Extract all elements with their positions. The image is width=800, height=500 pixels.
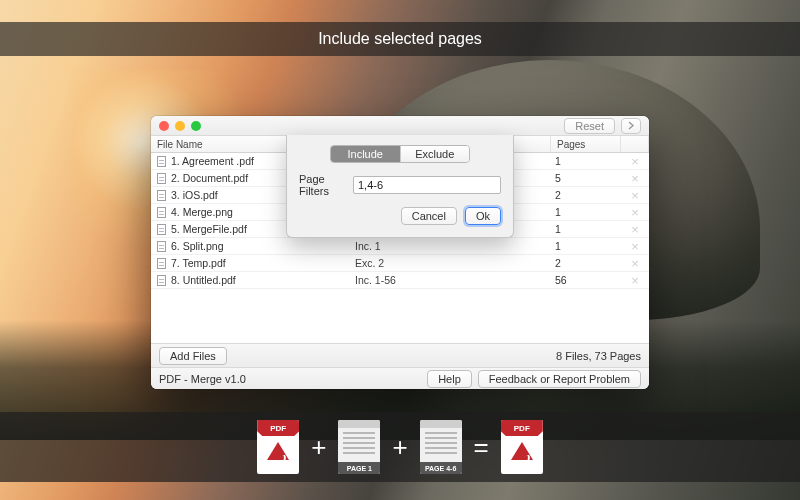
reset-button[interactable]: Reset (564, 118, 615, 134)
pdf-badge: PDF (501, 420, 543, 436)
file-summary: 8 Files, 73 Pages (556, 350, 641, 362)
remove-row-icon[interactable]: × (621, 256, 649, 271)
app-name-label: PDF - Merge v1.0 (159, 373, 246, 385)
filter-cell: Exc. 2 (351, 257, 551, 269)
window-status-bar: PDF - Merge v1.0 Help Feedback or Report… (151, 367, 649, 389)
file-name-cell: 2. Document.pdf (171, 172, 248, 184)
document-icon (157, 173, 166, 184)
remove-row-icon[interactable]: × (621, 273, 649, 288)
segment-include[interactable]: Include (331, 146, 400, 162)
page-filters-label: Page Filters (299, 173, 345, 197)
file-name-cell: 6. Split.png (171, 240, 224, 252)
page-1-icon: PAGE 1 (338, 420, 380, 474)
footer-illustration: PDF + PAGE 1 + PAGE 4-6 = PDF (0, 412, 800, 482)
pdf-source-icon: PDF (257, 420, 299, 474)
chevron-right-icon[interactable] (621, 118, 641, 134)
close-icon[interactable] (159, 121, 169, 131)
minimize-icon[interactable] (175, 121, 185, 131)
document-icon (157, 224, 166, 235)
remove-row-icon[interactable]: × (621, 171, 649, 186)
remove-row-icon[interactable]: × (621, 205, 649, 220)
document-icon (157, 207, 166, 218)
pages-cell: 2 (551, 257, 621, 269)
pages-cell: 56 (551, 274, 621, 286)
pages-cell: 1 (551, 155, 621, 167)
zoom-icon[interactable] (191, 121, 201, 131)
feature-banner: Include selected pages (0, 22, 800, 56)
document-icon (157, 156, 166, 167)
filter-cell: Inc. 1 (351, 240, 551, 252)
document-icon (157, 258, 166, 269)
window-titlebar: Reset (151, 116, 649, 136)
file-list-empty-area (151, 289, 649, 343)
plus-icon: + (392, 432, 407, 463)
ok-button[interactable]: Ok (465, 207, 501, 225)
pages-cell: 1 (551, 206, 621, 218)
traffic-lights (159, 121, 201, 131)
table-row[interactable]: 7. Temp.pdfExc. 22× (151, 255, 649, 272)
page-4-6-caption: PAGE 4-6 (420, 462, 462, 474)
document-icon (157, 190, 166, 201)
pdf-badge: PDF (257, 420, 299, 436)
pages-cell: 1 (551, 223, 621, 235)
help-button[interactable]: Help (427, 370, 472, 388)
table-row[interactable]: 6. Split.pngInc. 11× (151, 238, 649, 255)
plus-icon: + (311, 432, 326, 463)
feedback-button[interactable]: Feedback or Report Problem (478, 370, 641, 388)
document-icon (157, 275, 166, 286)
file-name-cell: 7. Temp.pdf (171, 257, 226, 269)
file-name-cell: 1. Agreement .pdf (171, 155, 254, 167)
pages-cell: 1 (551, 240, 621, 252)
pages-cell: 2 (551, 189, 621, 201)
file-name-cell: 5. MergeFile.pdf (171, 223, 247, 235)
cancel-button[interactable]: Cancel (401, 207, 457, 225)
page-filter-sheet: Include Exclude Page Filters Cancel Ok (286, 135, 514, 238)
include-exclude-segment: Include Exclude (330, 145, 470, 163)
pdf-result-icon: PDF (501, 420, 543, 474)
table-row[interactable]: 8. Untitled.pdfInc. 1-5656× (151, 272, 649, 289)
file-name-cell: 8. Untitled.pdf (171, 274, 236, 286)
remove-row-icon[interactable]: × (621, 239, 649, 254)
add-files-button[interactable]: Add Files (159, 347, 227, 365)
filter-cell: Inc. 1-56 (351, 274, 551, 286)
page-filters-input[interactable] (353, 176, 501, 194)
file-name-cell: 3. iOS.pdf (171, 189, 218, 201)
remove-row-icon[interactable]: × (621, 222, 649, 237)
column-remove (621, 136, 649, 152)
file-name-cell: 4. Merge.png (171, 206, 233, 218)
column-pages[interactable]: Pages (551, 136, 621, 152)
remove-row-icon[interactable]: × (621, 154, 649, 169)
segment-exclude[interactable]: Exclude (400, 146, 470, 162)
equals-icon: = (474, 432, 489, 463)
page-4-6-icon: PAGE 4-6 (420, 420, 462, 474)
page-1-caption: PAGE 1 (338, 462, 380, 474)
pages-cell: 5 (551, 172, 621, 184)
document-icon (157, 241, 166, 252)
feature-banner-text: Include selected pages (318, 30, 482, 48)
window-bottom-bar: Add Files 8 Files, 73 Pages (151, 343, 649, 367)
app-window: Reset File Name Filters Pages 1. Agreeme… (151, 116, 649, 389)
remove-row-icon[interactable]: × (621, 188, 649, 203)
